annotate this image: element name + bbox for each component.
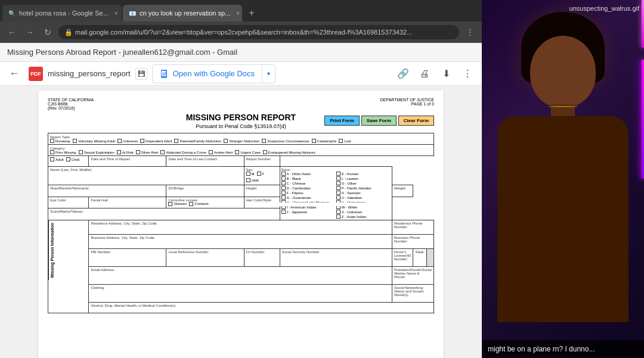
refresh-button[interactable]: ↻ (41, 25, 55, 39)
local-ref-input[interactable] (168, 254, 242, 258)
cb-unknown-box[interactable] (117, 139, 122, 143)
child-label: Child (72, 158, 80, 161)
facial-label: Facial Hair: (91, 198, 164, 202)
race-u: U - Hawaiian (336, 195, 391, 200)
ssn-input[interactable] (282, 254, 390, 258)
cb-urgent-box[interactable] (235, 150, 239, 154)
cb-m-box[interactable] (246, 172, 250, 176)
form-buttons: Print Form Save Form Clear Form (324, 116, 434, 126)
section-label-cell: Missing Person Information (48, 220, 89, 313)
tab-1[interactable]: 🔍 hotel poma rosa - Google Se... × (2, 5, 122, 21)
drive-save-button[interactable]: 💾 (135, 68, 147, 80)
state-field-input[interactable] (415, 254, 425, 258)
person-face (530, 36, 596, 107)
cb-unknown: Unknown (117, 139, 138, 143)
tab-2-close[interactable]: × (234, 9, 242, 17)
alias-input[interactable] (50, 191, 164, 194)
svg-rect-3 (162, 74, 166, 74)
cb-abducted-box[interactable] (160, 150, 165, 154)
alcohol-input[interactable] (91, 308, 432, 312)
height-input[interactable] (246, 191, 278, 194)
scars-input[interactable] (50, 214, 278, 217)
open-with-dropdown[interactable]: ▾ (262, 65, 275, 83)
cb-suspicious-box[interactable] (262, 139, 266, 143)
cb-sexual-box[interactable] (79, 150, 83, 154)
residence-phone-input[interactable] (394, 229, 432, 233)
cb-suspicious: Suspicious Circumstances (262, 139, 309, 143)
social-input[interactable] (394, 297, 432, 301)
hair-input[interactable] (246, 203, 391, 206)
cb-atrisk-box[interactable] (117, 150, 121, 154)
weight-input[interactable] (394, 191, 411, 194)
more-options-button[interactable]: ⋮ (458, 64, 477, 83)
cb-parental-box[interactable] (174, 139, 178, 143)
facial-input[interactable] (91, 203, 164, 206)
tab-2[interactable]: 📧 cn you look up reservation sp... × (123, 5, 242, 21)
email-input[interactable] (91, 272, 390, 276)
cb-amber: Amber Alert (209, 150, 233, 154)
cb-f-box[interactable] (257, 172, 261, 176)
category-checkboxes: Prior Missing Sexual Exploitation At Ris… (50, 150, 432, 154)
adult-child-row: Adult Child Date and Time of Report: Dat… (48, 156, 434, 167)
cb-amber-box[interactable] (209, 150, 213, 154)
open-with-main[interactable]: Open with Google Docs (153, 65, 262, 83)
print-icon-button[interactable]: 🖨 (415, 64, 434, 83)
date-last-contact-input[interactable] (168, 161, 242, 165)
forward-button[interactable]: → (23, 25, 37, 39)
subtitle-bar: might be on a plane rn? I dunno... (482, 340, 644, 358)
date-report-input[interactable] (91, 161, 164, 165)
cb-silver-box[interactable] (136, 150, 140, 154)
report-number-input[interactable] (246, 161, 278, 165)
cb-prior-box[interactable] (50, 150, 54, 154)
cb-runaway-box[interactable] (50, 139, 54, 143)
new-tab-button[interactable]: + (243, 5, 260, 21)
svg-rect-4 (162, 75, 165, 76)
cb-adult-box[interactable] (50, 157, 54, 161)
filename-label: missing_persons_report (48, 69, 131, 78)
cb-unk-box[interactable] (246, 178, 250, 182)
name-row: Name (Last, First, Middle): Sex: M F UNK… (48, 167, 434, 185)
cb-voluntary-box[interactable] (73, 139, 77, 143)
business-addr-input[interactable] (91, 240, 390, 244)
clothing-input[interactable] (91, 290, 390, 294)
save-form-button[interactable]: Save Form (361, 116, 397, 126)
document-paper: STATE OF CALIFORNIA CJIS B668 (Rev. 07/2… (38, 91, 444, 358)
eye-input[interactable] (50, 203, 86, 206)
back-button[interactable]: ← (5, 25, 19, 39)
residence-addr-cell: Residence Address, City, State, Zip Code… (89, 220, 392, 235)
link-icon-button[interactable]: 🔗 (394, 64, 413, 83)
cjis-label: CJIS B668 (48, 102, 94, 106)
clothing-cell: Clothing: (89, 285, 392, 303)
open-with-button[interactable]: Open with Google Docs ▾ (152, 64, 275, 83)
cb-catastrophe-box[interactable] (312, 139, 316, 143)
name-input[interactable] (50, 172, 242, 176)
cii-input[interactable] (246, 254, 278, 258)
cb-stranger-box[interactable] (224, 139, 228, 143)
clear-form-button[interactable]: Clear Form (398, 116, 434, 126)
dl-input[interactable] (394, 262, 411, 265)
business-phone-input[interactable] (394, 244, 432, 247)
document-area: STATE OF CALIFORNIA CJIS B668 (Rev. 07/2… (0, 86, 482, 358)
cb-m: M (246, 172, 255, 176)
weight-cell: Weight: (392, 185, 413, 197)
print-form-button[interactable]: Print Form (324, 116, 359, 126)
back-to-gmail-button[interactable]: ← (5, 64, 24, 83)
tab-1-close[interactable]: × (112, 9, 120, 17)
fbi-input[interactable] (91, 254, 164, 258)
category-cell: Category: Prior Missing Sexual Exploitat… (48, 145, 434, 156)
sex-cell: Sex: M F UNK (244, 167, 280, 185)
residence-addr-input[interactable] (91, 226, 390, 229)
cb-lost-box[interactable] (339, 139, 343, 143)
report-number-label: Report Number: (246, 157, 278, 161)
cb-child-box[interactable] (66, 157, 70, 161)
cb-endangered-box[interactable] (263, 150, 267, 154)
cb-endangered: Endangered Missing Advisory (263, 150, 315, 154)
local-ref-cell: Local Reference Number: (166, 249, 244, 267)
address-bar[interactable]: 🔒 mail.google.com/mail/u/0/?ui=2&view=bt… (58, 25, 459, 39)
cb-dependent-box[interactable] (140, 139, 144, 143)
download-icon-button[interactable]: ⬇ (436, 64, 456, 83)
extensions-button[interactable]: ⋮ (463, 25, 477, 39)
dob-input[interactable] (168, 191, 242, 194)
email-label: Email Address: (91, 268, 390, 272)
probation-input[interactable] (394, 279, 432, 283)
